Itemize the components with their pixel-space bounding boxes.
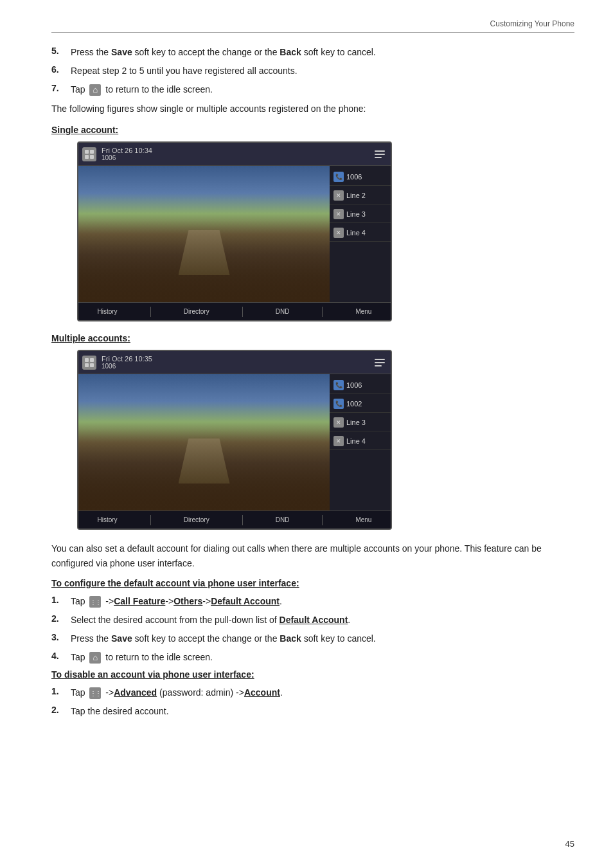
step-6: 6. Repeat step 2 to 5 until you have reg… <box>51 64 574 78</box>
screen2-menu-icon <box>373 356 387 370</box>
multiple-accounts-heading: Multiple accounts: <box>51 333 574 343</box>
single-account-heading: Single account: <box>51 125 574 135</box>
screen1-number: 1006 <box>102 154 373 161</box>
disable-step-1-num: 1. <box>51 686 71 696</box>
step-7-content: Tap to return to the idle screen. <box>71 83 574 96</box>
screen1-divider-1 <box>150 307 151 317</box>
configure-heading: To configure the default account via pho… <box>51 578 574 588</box>
screen1-sidebar: 📞 1006 ✕ Line 2 ✕ Line 3 ✕ Line 4 <box>330 166 391 302</box>
config-step-4-content: Tap to return to the idle screen. <box>71 651 574 664</box>
screen1-bottom-bar: History Directory DND Menu <box>78 302 391 320</box>
screen2-line-4: ✕ Line 4 <box>330 433 391 450</box>
config-step-2-content: Select the desired account from the pull… <box>71 613 574 627</box>
screen2-divider-2 <box>242 515 243 525</box>
screen1-divider-3 <box>322 307 323 317</box>
screen1-line-1006: 📞 1006 <box>330 168 391 186</box>
screen2-divider-3 <box>322 515 323 525</box>
home-icon-2 <box>89 652 101 664</box>
bar3 <box>375 157 382 158</box>
s2bar2 <box>375 362 385 363</box>
bar1 <box>375 150 385 152</box>
s2line3-icon: ✕ <box>333 417 344 428</box>
disable-steps: 1. Tap ->Advanced (password: admin) ->Ac… <box>51 686 574 718</box>
screen1-date: Fri Oct 26 10:34 <box>102 147 373 154</box>
s2line4-icon: ✕ <box>333 436 344 446</box>
page-number: 45 <box>565 839 574 849</box>
screen2-line-1002: 📞 1002 <box>330 395 391 413</box>
header-title: Customizing Your Phone <box>490 19 574 28</box>
multiple-account-screen: Fri Oct 26 10:35 1006 📞 1006 📞 <box>77 350 392 530</box>
config-step-4-num: 4. <box>51 651 71 661</box>
configure-steps: 1. Tap ->Call Feature->Others->Default A… <box>51 595 574 664</box>
step-6-num: 6. <box>51 64 71 75</box>
step-5: 5. Press the Save soft key to accept the… <box>51 46 574 59</box>
screen2-divider-1 <box>150 515 151 525</box>
screen2-btn-directory: Directory <box>179 515 215 525</box>
screen1-btn-history: History <box>93 307 123 316</box>
s2line1-icon: 📞 <box>333 380 344 390</box>
s2line4-label: Line 4 <box>346 437 366 445</box>
line2-label: Line 2 <box>346 192 366 199</box>
para-1: You can also set a default account for d… <box>51 541 574 570</box>
screen1-line-4: ✕ Line 4 <box>330 224 391 242</box>
line4-label: Line 4 <box>346 229 366 237</box>
step-7: 7. Tap to return to the idle screen. <box>51 83 574 96</box>
screen2-sidebar: 📞 1006 📞 1002 ✕ Line 3 ✕ Line 4 <box>330 374 391 511</box>
line2-icon: ✕ <box>333 190 344 201</box>
screen1-top-bar: Fri Oct 26 10:34 1006 <box>78 143 391 166</box>
single-account-screen: Fri Oct 26 10:34 1006 📞 1006 ✕ <box>77 141 392 321</box>
screen1-divider-2 <box>242 307 243 317</box>
multiple-accounts-section: Multiple accounts: Fri Oct 26 10:35 1006 <box>51 333 574 530</box>
intro-text: The following figures show single or mul… <box>51 102 574 116</box>
screen1-btn-dnd: DND <box>271 307 295 316</box>
config-step-3-content: Press the Save soft key to accept the ch… <box>71 632 574 646</box>
config-step-2-num: 2. <box>51 613 71 624</box>
line4-icon: ✕ <box>333 228 344 238</box>
line1-label: 1006 <box>346 173 362 181</box>
line3-label: Line 3 <box>346 210 366 218</box>
step-7-num: 7. <box>51 83 71 93</box>
menu-icon-2 <box>89 687 101 699</box>
s2line1-label: 1006 <box>346 381 362 389</box>
save-label-5: Save <box>111 47 132 57</box>
config-step-2: 2. Select the desired account from the p… <box>51 613 574 627</box>
disable-step-1: 1. Tap ->Advanced (password: admin) ->Ac… <box>51 686 574 700</box>
screen1-logo <box>82 147 96 161</box>
disable-step-2: 2. Tap the desired account. <box>51 705 574 718</box>
screen2-btn-menu: Menu <box>350 515 377 525</box>
screen1-image <box>78 166 330 302</box>
step-5-num: 5. <box>51 46 71 56</box>
screen2-line-1006: 📞 1006 <box>330 377 391 394</box>
line3-icon: ✕ <box>333 209 344 219</box>
single-account-section: Single account: Fri Oct 26 10:34 1006 <box>51 125 574 321</box>
config-step-3: 3. Press the Save soft key to accept the… <box>51 632 574 646</box>
s2line3-label: Line 3 <box>346 419 366 426</box>
screen2-btn-dnd: DND <box>271 515 295 525</box>
screen1-line-3: ✕ Line 3 <box>330 206 391 223</box>
config-step-1-content: Tap ->Call Feature->Others->Default Acco… <box>71 595 574 608</box>
screen2-bottom-bar: History Directory DND Menu <box>78 511 391 529</box>
home-icon-1 <box>89 84 101 96</box>
screen2-number: 1006 <box>102 363 373 370</box>
disable-step-1-content: Tap ->Advanced (password: admin) ->Accou… <box>71 686 574 700</box>
s2bar3 <box>375 365 382 366</box>
step-5-content: Press the Save soft key to accept the ch… <box>71 46 574 59</box>
s2bar1 <box>375 359 385 360</box>
screen1-line-2: ✕ Line 2 <box>330 187 391 204</box>
screen2-btn-history: History <box>93 515 123 525</box>
back-label-5: Back <box>280 47 301 57</box>
screen2-body: 📞 1006 📞 1002 ✕ Line 3 ✕ Line 4 <box>78 374 391 511</box>
screen1-body: 📞 1006 ✕ Line 2 ✕ Line 3 ✕ Line 4 <box>78 166 391 302</box>
disable-heading: To disable an account via phone user int… <box>51 669 574 680</box>
config-step-4: 4. Tap to return to the idle screen. <box>51 651 574 664</box>
screen2-logo <box>82 356 96 370</box>
line1-icon: 📞 <box>333 172 344 182</box>
screen1-menu-icon <box>373 147 387 161</box>
screen2-top-bar: Fri Oct 26 10:35 1006 <box>78 351 391 374</box>
screen1-datetime: Fri Oct 26 10:34 1006 <box>102 147 373 161</box>
page-header: Customizing Your Phone <box>51 19 574 33</box>
config-step-3-num: 3. <box>51 632 71 642</box>
config-step-1-num: 1. <box>51 595 71 605</box>
disable-step-2-num: 2. <box>51 705 71 715</box>
screen2-datetime: Fri Oct 26 10:35 1006 <box>102 355 373 370</box>
